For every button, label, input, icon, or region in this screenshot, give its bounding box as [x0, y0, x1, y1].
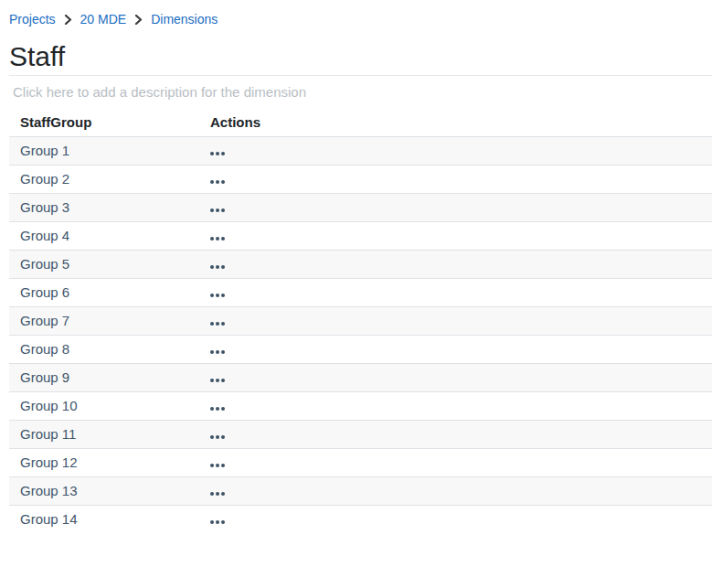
row-actions-button[interactable]	[210, 376, 225, 385]
table-row: Group 4	[9, 222, 712, 251]
row-actions-button[interactable]	[210, 404, 225, 413]
row-actions-button[interactable]	[210, 319, 225, 328]
ellipsis-icon	[210, 492, 225, 496]
staff-group-cell: Group 11	[9, 421, 199, 449]
actions-cell	[199, 421, 712, 449]
staff-group-cell: Group 5	[9, 251, 199, 279]
table-row: Group 8	[9, 336, 712, 364]
description-field[interactable]: Click here to add a description for the …	[9, 84, 712, 101]
table-header-row: StaffGroup Actions	[9, 109, 712, 137]
table-row: Group 7	[9, 307, 712, 336]
table-row: Group 9	[9, 364, 712, 392]
ellipsis-icon	[210, 294, 225, 297]
staff-group-link[interactable]: Group 12	[20, 454, 78, 470]
ellipsis-icon	[210, 379, 225, 382]
ellipsis-icon	[210, 208, 225, 212]
table-row: Group 10	[9, 392, 712, 421]
row-actions-button[interactable]	[210, 206, 225, 215]
breadcrumb-link[interactable]: Projects	[9, 12, 56, 27]
table-row: Group 13	[9, 477, 712, 506]
breadcrumb-link[interactable]: Dimensions	[151, 12, 218, 27]
table-row: Group 14	[9, 506, 712, 534]
ellipsis-icon	[210, 152, 225, 155]
ellipsis-icon	[210, 180, 225, 184]
table-row: Group 5	[9, 251, 712, 279]
staff-group-cell: Group 9	[9, 364, 199, 392]
table-row: Group 12	[9, 449, 712, 477]
breadcrumb-link[interactable]: 20 MDE	[80, 12, 127, 27]
actions-cell	[199, 364, 712, 392]
table-header: StaffGroup Actions	[9, 109, 712, 137]
staff-group-cell: Group 10	[9, 392, 199, 421]
table-row: Group 2	[9, 166, 712, 194]
ellipsis-icon	[210, 322, 225, 326]
staff-group-link[interactable]: Group 2	[20, 171, 69, 187]
table-row: Group 1	[9, 137, 712, 166]
staff-group-link[interactable]: Group 4	[20, 228, 69, 243]
row-actions-button[interactable]	[210, 347, 225, 357]
chevron-right-icon	[64, 15, 72, 25]
column-header-staffgroup: StaffGroup	[9, 109, 199, 137]
row-actions-button[interactable]	[210, 177, 225, 187]
ellipsis-icon	[210, 464, 225, 467]
actions-cell	[199, 137, 712, 166]
chevron-right-icon	[134, 15, 143, 25]
row-actions-button[interactable]	[210, 518, 225, 527]
breadcrumb: Projects 20 MDE Dimensions	[9, 12, 712, 27]
table-row: Group 3	[9, 194, 712, 222]
staff-group-link[interactable]: Group 11	[20, 426, 76, 442]
row-actions-button[interactable]	[210, 234, 225, 243]
ellipsis-icon	[210, 520, 225, 524]
staff-group-link[interactable]: Group 7	[20, 313, 69, 328]
staff-group-cell: Group 6	[9, 279, 199, 307]
actions-cell	[199, 251, 712, 279]
row-actions-button[interactable]	[210, 489, 225, 498]
actions-cell	[199, 506, 712, 534]
staff-group-cell: Group 2	[9, 166, 199, 194]
actions-cell	[199, 336, 712, 364]
column-header-actions: Actions	[199, 109, 712, 137]
ellipsis-icon	[210, 265, 225, 269]
actions-cell	[199, 392, 712, 421]
row-actions-button[interactable]	[210, 149, 225, 158]
actions-cell	[199, 222, 712, 251]
staff-group-link[interactable]: Group 3	[20, 199, 69, 215]
row-actions-button[interactable]	[210, 291, 225, 300]
dimension-page: Projects 20 MDE Dimensions Staff Click h…	[0, 0, 712, 533]
page-title: Staff	[9, 43, 712, 70]
row-actions-button[interactable]	[210, 461, 225, 470]
actions-cell	[199, 477, 712, 506]
staff-group-link[interactable]: Group 10	[20, 398, 78, 413]
ellipsis-icon	[210, 407, 225, 411]
staff-group-link[interactable]: Group 1	[20, 143, 69, 158]
actions-cell	[199, 166, 712, 194]
staff-group-cell: Group 12	[9, 449, 199, 477]
ellipsis-icon	[210, 237, 225, 241]
staff-group-link[interactable]: Group 14	[20, 511, 78, 527]
staff-group-cell: Group 14	[9, 506, 199, 534]
ellipsis-icon	[210, 350, 225, 354]
ellipsis-icon	[210, 435, 225, 439]
staff-group-link[interactable]: Group 13	[20, 483, 78, 498]
staff-group-link[interactable]: Group 5	[20, 256, 69, 272]
staff-group-table: StaffGroup Actions Group 1 Group 2	[9, 109, 712, 533]
row-actions-button[interactable]	[210, 262, 225, 272]
title-divider	[9, 75, 712, 76]
staff-group-cell: Group 1	[9, 137, 199, 166]
staff-group-cell: Group 8	[9, 336, 199, 364]
row-actions-button[interactable]	[210, 433, 225, 442]
staff-group-link[interactable]: Group 9	[20, 369, 69, 385]
staff-group-cell: Group 4	[9, 222, 199, 251]
staff-group-link[interactable]: Group 6	[20, 284, 69, 300]
table-row: Group 11	[9, 421, 712, 449]
actions-cell	[199, 279, 712, 307]
staff-group-cell: Group 7	[9, 307, 199, 336]
staff-group-cell: Group 3	[9, 194, 199, 222]
staff-group-cell: Group 13	[9, 477, 199, 506]
actions-cell	[199, 449, 712, 477]
actions-cell	[199, 194, 712, 222]
staff-group-link[interactable]: Group 8	[20, 341, 69, 357]
table-row: Group 6	[9, 279, 712, 307]
table-body: Group 1 Group 2 Group 3	[9, 137, 712, 534]
actions-cell	[199, 307, 712, 336]
